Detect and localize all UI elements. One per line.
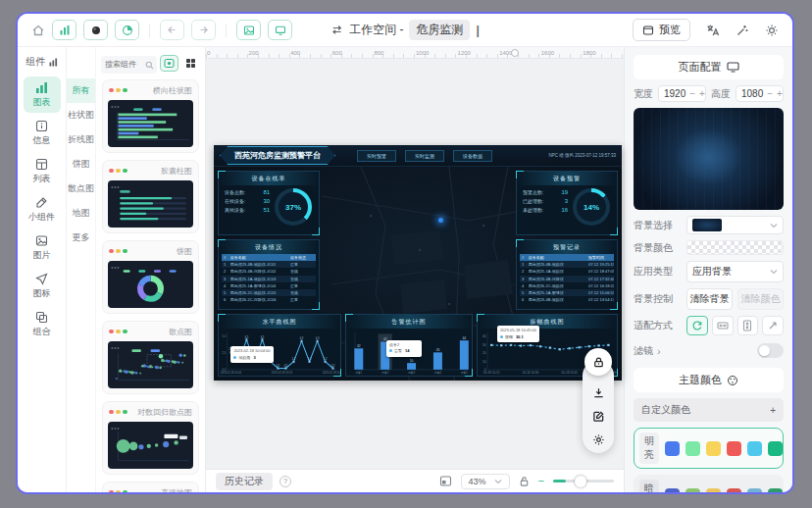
view-card-button[interactable] [160, 55, 178, 72]
height-minus-button[interactable]: − [767, 88, 773, 99]
color-swatch[interactable] [665, 488, 680, 493]
history-button[interactable]: 历史记录 [216, 473, 273, 490]
chevron-right-icon[interactable]: › [657, 345, 661, 357]
svg-text:5.0: 5.0 [222, 334, 226, 338]
width-input[interactable]: 1920 − + [658, 85, 706, 102]
table-cell: 07-12 17:32:40 [588, 276, 614, 282]
color-swatch[interactable] [706, 441, 721, 456]
view-grid-button[interactable] [181, 55, 200, 72]
component-card-bubble[interactable]: 对数回归散点图 [102, 401, 199, 475]
doc-name-pill[interactable]: 危房监测 [409, 20, 470, 40]
component-card-capsule[interactable]: 胶囊柱图 [102, 160, 199, 233]
height-plus-button[interactable]: + [777, 88, 783, 99]
color-swatch[interactable] [747, 441, 762, 456]
dashboard-preview[interactable]: 西苑河危房监测预警平台 实时预警 实时监测 设备数据 NPC 晴 微风 2023… [214, 145, 622, 381]
fit-height-button[interactable] [737, 316, 759, 335]
color-swatch[interactable] [706, 488, 721, 493]
ruler-number: 400 [289, 47, 331, 58]
ruler-number: 200 [248, 47, 290, 58]
svg-text:10: 10 [482, 360, 486, 364]
dot-icon [123, 410, 127, 415]
preview-button[interactable]: 预览 [633, 19, 690, 41]
color-swatch[interactable] [747, 488, 762, 493]
download-button[interactable] [592, 386, 605, 399]
insert-image-button[interactable] [236, 20, 261, 40]
zoom-lock-icon[interactable] [519, 476, 530, 487]
ruler-marker-icon[interactable] [511, 49, 519, 57]
component-card-donut[interactable]: 饼图 [102, 240, 199, 314]
svg-text:0.2: 0.2 [331, 364, 335, 368]
stat-value: 16 [561, 207, 568, 213]
clear-color-button[interactable]: 清除颜色 [737, 288, 784, 310]
color-swatch[interactable] [727, 488, 741, 493]
add-chart-button[interactable] [52, 20, 76, 40]
app-type-dropdown[interactable]: 应用背景 [686, 261, 784, 282]
color-swatch[interactable] [768, 488, 783, 493]
undo-button[interactable] [160, 20, 184, 40]
component-card-hbar[interactable]: 横向柱状图 [102, 79, 199, 153]
category-item[interactable]: 折线图 [67, 127, 95, 152]
sidebar-item-group[interactable]: 组合 [24, 306, 61, 342]
category-item[interactable]: 地图 [67, 201, 95, 226]
home-icon[interactable] [31, 24, 45, 37]
filter-toggle[interactable] [757, 343, 784, 358]
color-swatch[interactable] [685, 488, 700, 493]
fit-none-button[interactable] [762, 316, 784, 335]
sidebar-item-image[interactable]: 图片 [24, 229, 61, 266]
color-swatch[interactable] [665, 441, 680, 456]
sidebar-item-info[interactable]: 信息 [24, 115, 61, 151]
add-pie-button[interactable] [115, 20, 139, 40]
category-item[interactable]: 更多 [67, 226, 95, 250]
settings-gear-icon[interactable] [592, 433, 605, 446]
clear-background-button[interactable]: 清除背景 [686, 288, 733, 310]
color-swatch[interactable] [768, 441, 783, 456]
component-card-scatter[interactable]: 散点图 [102, 321, 199, 394]
bg-color-picker[interactable] [686, 240, 784, 255]
fit-auto-button[interactable] [686, 316, 708, 335]
slider-handle[interactable] [575, 476, 586, 487]
sidebar-item-label: 图表 [33, 96, 51, 109]
category-item[interactable]: 柱状图 [67, 103, 95, 127]
category-item[interactable]: 饼图 [67, 152, 95, 177]
width-minus-button[interactable]: − [689, 88, 695, 99]
stat-value: 19 [561, 189, 568, 195]
zoom-out-icon[interactable]: − [538, 476, 544, 486]
lock-button[interactable] [584, 348, 612, 376]
swap-icon[interactable] [330, 24, 343, 36]
canvas-body[interactable]: 西苑河危房监测预警平台 实时预警 实时监测 设备数据 NPC 晴 微风 2023… [206, 59, 624, 469]
minimap-icon[interactable] [439, 475, 452, 487]
add-color-button[interactable]: + [770, 405, 776, 416]
sidebar-item-symbol[interactable]: 图标 [24, 268, 61, 304]
edit-button[interactable] [592, 410, 605, 423]
dashboard-header: 西苑河危房监测预警平台 实时预警 实时监测 设备数据 NPC 晴 微风 2023… [214, 145, 622, 167]
background-preview[interactable] [634, 108, 784, 210]
zoom-slider[interactable] [553, 480, 614, 483]
help-icon[interactable]: ? [279, 476, 291, 487]
fit-width-button[interactable] [712, 316, 734, 335]
redo-button[interactable] [191, 20, 216, 40]
table-cell: 在线 [290, 276, 316, 282]
dot-icon [123, 330, 127, 334]
magic-wand-icon[interactable] [736, 24, 749, 37]
sidebar-item-widget[interactable]: 小组件 [24, 191, 61, 228]
stat-label: 在线设备: [225, 198, 245, 204]
theme-bright-row[interactable]: 明亮 [634, 428, 784, 469]
sidebar-item-chart[interactable]: 图表 [24, 76, 61, 113]
color-swatch[interactable] [685, 441, 700, 456]
width-plus-button[interactable]: + [699, 88, 705, 99]
theme-sun-icon[interactable] [765, 24, 779, 37]
screen-button[interactable] [268, 20, 292, 40]
custom-colors-row[interactable]: 自定义颜色 + [634, 398, 784, 422]
theme-dim-row[interactable]: 暗淡 [634, 475, 784, 492]
material-button[interactable] [83, 20, 108, 40]
stats-list: 预警总数:19已处理数:3未处理数:16 [517, 185, 574, 216]
category-item[interactable]: 散点图 [67, 177, 95, 201]
category-item[interactable]: 所有 [67, 78, 95, 103]
color-swatch[interactable] [727, 441, 741, 456]
bg-select-dropdown[interactable] [686, 216, 784, 234]
translate-icon[interactable] [706, 24, 720, 37]
zoom-select[interactable]: 43% [461, 474, 510, 489]
height-input[interactable]: 1080 − + [736, 85, 784, 102]
sidebar-item-list[interactable]: 列表 [24, 153, 61, 189]
component-card-map[interactable]: 高德地图 [102, 482, 199, 493]
